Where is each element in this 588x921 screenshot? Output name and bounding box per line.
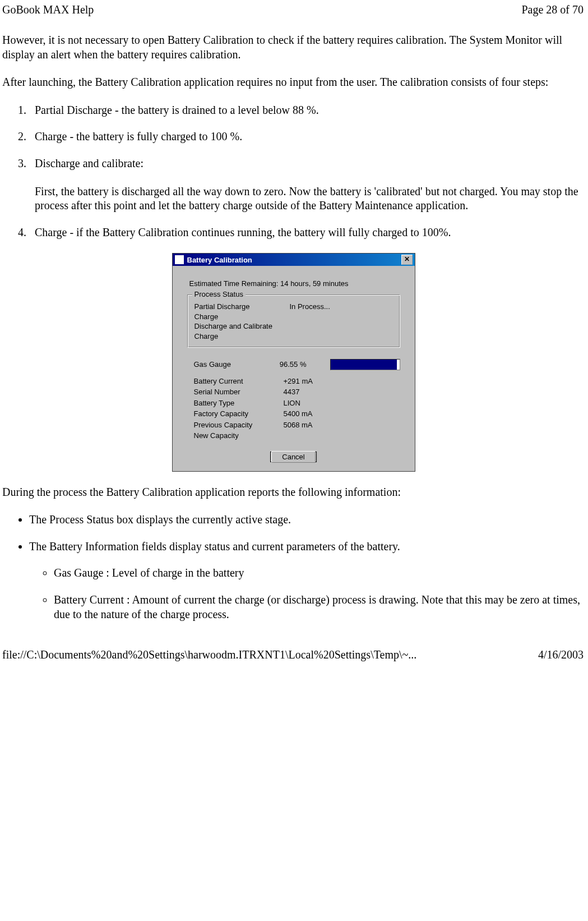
status-row: Charge	[195, 331, 393, 342]
footer-date: 4/16/2003	[538, 648, 584, 661]
sub-bullet-list: Gas Gauge : Level of charge in the batte…	[29, 566, 585, 621]
info-row: Battery Current +291 mA	[194, 376, 400, 387]
status-label: Partial Discharge	[195, 302, 290, 312]
sub-bullet-1: Gas Gauge : Level of charge in the batte…	[54, 566, 585, 581]
dialog-screenshot: Battery Calibration ✕ Estimated Time Rem…	[2, 253, 585, 471]
step-3: Discharge and calibrate: First, the batt…	[29, 156, 585, 213]
dialog-body: Estimated Time Remaining: 14 hours, 59 m…	[173, 266, 415, 471]
info-label: Serial Number	[194, 386, 284, 398]
info-label: Battery Current	[194, 376, 284, 387]
info-row: Serial Number 4437	[194, 386, 400, 398]
battery-calibration-dialog: Battery Calibration ✕ Estimated Time Rem…	[172, 253, 415, 471]
process-status-group: Process Status Partial Discharge In Proc…	[187, 294, 400, 347]
info-value: 5400 mA	[284, 408, 334, 420]
status-label: Charge	[195, 312, 290, 322]
status-label: Discharge and Calibrate	[195, 321, 290, 331]
info-row-gas-gauge: Gas Gauge 96.55 %	[194, 359, 400, 370]
dialog-titlebar: Battery Calibration ✕	[173, 254, 415, 266]
info-value: LION	[284, 398, 334, 409]
page-content: However, it is not necessary to open Bat…	[0, 16, 588, 621]
header-page-number: Page 28 of 70	[521, 3, 584, 16]
header-title: GoBook MAX Help	[2, 3, 94, 16]
dialog-icon	[175, 255, 184, 264]
cancel-button[interactable]: Cancel	[270, 452, 316, 462]
bullet-list: The Process Status box displays the curr…	[2, 513, 585, 621]
button-row: Cancel	[182, 452, 406, 462]
status-value: In Process...	[290, 302, 330, 312]
info-label: Gas Gauge	[194, 359, 280, 370]
bullet-1: The Process Status box displays the curr…	[29, 513, 585, 527]
info-value: 96.55 %	[280, 359, 328, 370]
step-2: Charge - the battery is fully charged to…	[29, 130, 585, 144]
status-row: Charge	[195, 312, 393, 322]
paragraph-3: During the process the Battery Calibrati…	[2, 485, 585, 500]
status-label: Charge	[195, 331, 290, 342]
page-footer: file://C:\Documents%20and%20Settings\har…	[0, 648, 588, 665]
info-value: 4437	[284, 386, 334, 398]
step-3-detail: First, the battery is discharged all the…	[35, 185, 585, 213]
info-row: Factory Capacity 5400 mA	[194, 408, 400, 420]
gas-gauge-fill	[331, 360, 397, 370]
paragraph-2: After launching, the Battery Calibration…	[2, 75, 585, 90]
info-label: Battery Type	[194, 398, 284, 409]
info-label: New Capacity	[194, 430, 284, 441]
info-row: New Capacity	[194, 430, 400, 441]
status-row: Discharge and Calibrate	[195, 321, 393, 331]
info-value: 5068 mA	[284, 420, 334, 431]
info-row: Previous Capacity 5068 mA	[194, 420, 400, 431]
battery-info: Gas Gauge 96.55 % Battery Current +291 m…	[194, 359, 400, 441]
status-row: Partial Discharge In Process...	[195, 302, 393, 312]
footer-path: file://C:\Documents%20and%20Settings\har…	[2, 648, 416, 661]
page-header: GoBook MAX Help Page 28 of 70	[0, 0, 588, 16]
group-legend: Process Status	[192, 290, 246, 298]
estimated-time: Estimated Time Remaining: 14 hours, 59 m…	[189, 279, 406, 288]
info-value: +291 mA	[284, 376, 334, 387]
close-button[interactable]: ✕	[401, 255, 413, 265]
gas-gauge-bar	[330, 359, 400, 370]
step-4: Charge - if the Battery Calibration cont…	[29, 225, 585, 240]
info-label: Factory Capacity	[194, 408, 284, 420]
info-row: Battery Type LION	[194, 398, 400, 409]
step-1: Partial Discharge - the battery is drain…	[29, 103, 585, 118]
steps-list: Partial Discharge - the battery is drain…	[2, 103, 585, 240]
dialog-title: Battery Calibration	[187, 256, 401, 264]
sub-bullet-2: Battery Current : Amount of current the …	[54, 593, 585, 621]
bullet-2: The Battery Information fields display s…	[29, 540, 585, 621]
info-label: Previous Capacity	[194, 420, 284, 431]
paragraph-1: However, it is not necessary to open Bat…	[2, 33, 585, 62]
cancel-button-label: Cancel	[271, 451, 315, 463]
